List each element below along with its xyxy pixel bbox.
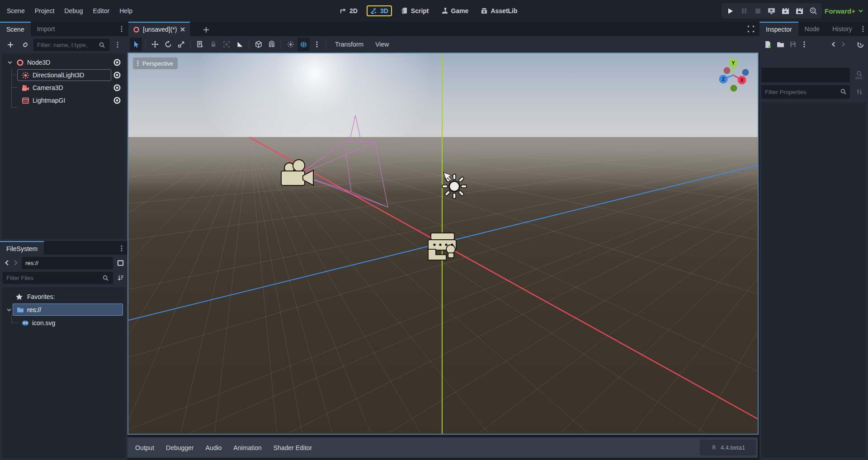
object-history-button[interactable]: [854, 38, 866, 50]
inspector-properties-area[interactable]: [761, 102, 866, 457]
menu-help[interactable]: Help: [114, 0, 137, 22]
scene-filter-input[interactable]: [33, 39, 109, 51]
viewport-toolbar: Transform View: [127, 36, 760, 52]
tab-filesystem-dock[interactable]: FileSystem: [0, 241, 44, 256]
renderer-selector[interactable]: Forward+: [825, 0, 863, 22]
tree-row-lightmapgi[interactable]: LightmapGI: [2, 94, 126, 107]
tab-node[interactable]: Node: [798, 22, 826, 36]
menu-debug[interactable]: Debug: [59, 0, 88, 22]
inspector-filter-input[interactable]: [761, 85, 850, 99]
inspector-extra-options-button[interactable]: [854, 86, 865, 98]
workspace-3d-label: 3D: [380, 7, 388, 14]
load-resource-button[interactable]: [774, 38, 787, 50]
axis-ball-neg-y[interactable]: [731, 85, 737, 92]
bottom-tab-shader-editor[interactable]: Shader Editor: [268, 437, 318, 458]
bottom-tab-output[interactable]: Output: [129, 437, 160, 458]
menu-scene[interactable]: Scene: [2, 0, 30, 22]
distraction-free-button[interactable]: [745, 24, 757, 34]
visibility-toggle[interactable]: [112, 57, 122, 67]
visibility-toggle[interactable]: [112, 70, 122, 80]
version-button[interactable]: 4.4.beta1: [700, 440, 756, 455]
axis-ball-neg-z[interactable]: [742, 69, 749, 76]
menu-project[interactable]: Project: [30, 0, 60, 22]
axis-ball-neg-x[interactable]: [724, 67, 731, 74]
expand-fullscreen-icon: [747, 25, 755, 33]
lock-selected-button[interactable]: [207, 38, 219, 51]
3d-workspace-icon: [370, 7, 377, 14]
fs-forward-button[interactable]: [12, 256, 20, 269]
fs-split-mode-button[interactable]: [115, 257, 126, 269]
scene-tab-unsaved[interactable]: [unsaved](*): [128, 22, 190, 36]
pause-button[interactable]: [738, 5, 750, 17]
lightmapgi-gizmo[interactable]: [429, 233, 456, 260]
view-menu[interactable]: View: [369, 41, 395, 48]
stop-button[interactable]: [751, 5, 764, 17]
sliders-icon: [856, 88, 863, 95]
perspective-menu-button[interactable]: Perspective: [133, 57, 178, 69]
bottom-tab-debugger[interactable]: Debugger: [160, 437, 200, 458]
tab-inspector[interactable]: Inspector: [760, 22, 798, 36]
visibility-toggle[interactable]: [112, 83, 122, 93]
fs-back-button[interactable]: [3, 256, 11, 269]
remote-debug-button[interactable]: [765, 5, 778, 17]
scene-tree-menu-button[interactable]: [112, 39, 123, 51]
use-local-space-button[interactable]: [252, 38, 264, 51]
ruler-tool-button[interactable]: [233, 38, 245, 51]
new-resource-button[interactable]: [761, 38, 774, 50]
fs-filter-input[interactable]: [3, 272, 113, 284]
group-selected-button[interactable]: [220, 38, 232, 51]
viewport-3d[interactable]: Y Z X: [127, 52, 759, 435]
open-docs-button[interactable]: DOC: [853, 69, 865, 81]
snap-toggle-button[interactable]: [265, 38, 278, 51]
bottom-tab-animation[interactable]: Animation: [227, 437, 267, 458]
scale-tool-button[interactable]: [175, 38, 187, 51]
fs-sort-button[interactable]: [115, 272, 126, 284]
close-icon[interactable]: [180, 27, 185, 32]
add-node-button[interactable]: [4, 39, 17, 51]
preview-sun-button[interactable]: [284, 38, 297, 51]
tree-row-node3d[interactable]: Node3D: [2, 56, 126, 69]
workspace-2d-button[interactable]: 2D: [336, 5, 361, 16]
instance-scene-button[interactable]: [19, 39, 32, 51]
tab-import-dock[interactable]: Import: [31, 22, 61, 36]
play-scene-button[interactable]: [779, 5, 792, 17]
inspector-panel: DOC: [760, 36, 868, 460]
movie-maker-button[interactable]: [807, 5, 820, 17]
filesystem-dock-tabbar: FileSystem: [0, 241, 127, 256]
tab-scene-dock[interactable]: Scene: [0, 22, 31, 36]
play-custom-scene-button[interactable]: [793, 5, 806, 17]
eye-icon: [113, 84, 121, 92]
transform-menu[interactable]: Transform: [329, 41, 369, 48]
tree-row-directionallight3d[interactable]: DirectionalLight3D: [2, 69, 126, 81]
history-back-button[interactable]: [828, 38, 838, 50]
list-select-button[interactable]: [194, 38, 206, 51]
select-tool-button[interactable]: [130, 38, 142, 51]
save-resource-button[interactable]: [787, 38, 799, 50]
move-tool-button[interactable]: [149, 38, 161, 51]
favorites-row[interactable]: Favorites:: [2, 291, 126, 303]
workspace-game-button[interactable]: Game: [438, 5, 472, 16]
scene-dock-menu-button[interactable]: [116, 22, 127, 36]
file-row-icon-svg[interactable]: icon.svg: [2, 317, 126, 329]
viewport-options-button[interactable]: [311, 38, 323, 51]
new-scene-tab-button[interactable]: [201, 24, 212, 35]
menu-editor[interactable]: Editor: [88, 0, 115, 22]
inspector-dock-menu-button[interactable]: [859, 22, 868, 36]
tree-row-camera3d[interactable]: Camera3D: [2, 81, 126, 94]
preview-environment-button[interactable]: [297, 38, 310, 51]
resource-options-button[interactable]: [799, 38, 809, 50]
filesystem-dock-menu-button[interactable]: [116, 241, 127, 256]
folder-open-icon: [777, 41, 784, 48]
resource-name-bar[interactable]: [761, 68, 850, 82]
rotate-tool-button[interactable]: [162, 38, 174, 51]
workspace-script-button[interactable]: Script: [398, 5, 432, 16]
fs-path-input[interactable]: [22, 257, 113, 269]
play-button[interactable]: [724, 5, 736, 17]
bottom-tab-audio[interactable]: Audio: [200, 437, 228, 458]
workspace-3d-button[interactable]: 3D: [367, 5, 392, 16]
history-forward-button[interactable]: [838, 38, 848, 50]
visibility-toggle[interactable]: [112, 95, 122, 105]
tab-history[interactable]: History: [826, 22, 859, 36]
res-root-row[interactable]: res://: [2, 304, 126, 316]
workspace-assetlib-button[interactable]: AssetLib: [477, 5, 520, 16]
